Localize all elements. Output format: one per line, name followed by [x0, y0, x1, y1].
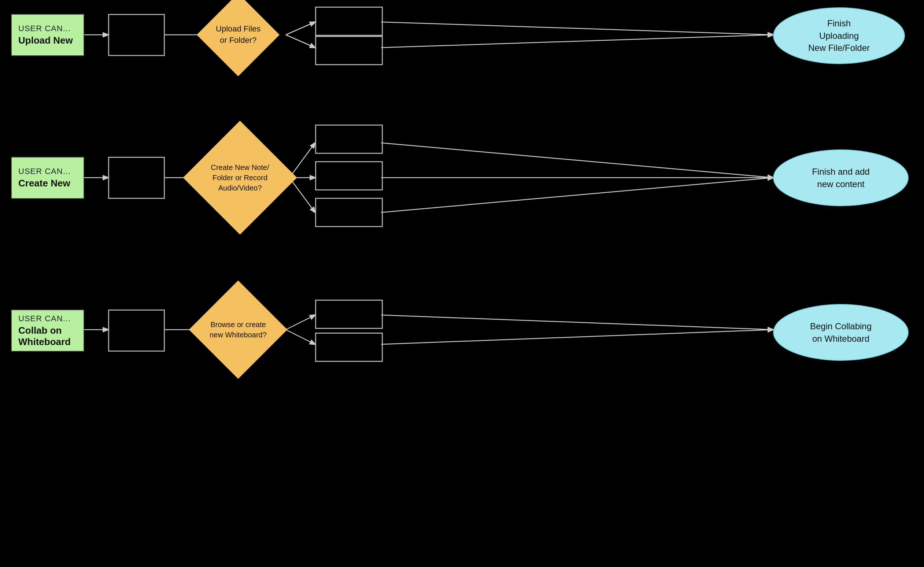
start-box-create: USER CAN... Create New [11, 157, 84, 199]
decision-diamond-3: Browse or create new Whiteboard? [187, 293, 290, 366]
svg-line-5 [381, 35, 773, 48]
svg-line-11 [381, 143, 773, 178]
decision-diamond-1: Upload Files or Folder? [189, 8, 288, 62]
svg-line-3 [286, 35, 315, 48]
svg-line-19 [381, 330, 773, 344]
start-box-collab: USER CAN... Collab on Whiteboard [11, 309, 84, 352]
process-box-2c [315, 161, 383, 190]
decision-diamond-2: Create New Note/ Folder or Record Audio/… [187, 132, 293, 224]
end-ellipse-2: Finish and add new content [773, 150, 909, 206]
process-box-3a [108, 309, 165, 352]
svg-line-8 [290, 143, 315, 178]
diamond-text-3: Browse or create new Whiteboard? [203, 316, 273, 343]
svg-line-13 [381, 178, 773, 213]
end-ellipse-1: Finish Uploading New File/Folder [773, 8, 905, 64]
diamond-text-2: Create New Note/ Folder or Record Audio/… [200, 159, 280, 196]
process-box-1c [315, 36, 383, 65]
process-box-2b [315, 124, 383, 154]
end-text-1: Finish Uploading New File/Folder [801, 14, 877, 58]
user-can-label-1: USER CAN... [18, 24, 71, 33]
svg-line-16 [286, 315, 315, 330]
end-text-2: Finish and add new content [804, 162, 877, 194]
start-box-upload: USER CAN... Upload New [11, 14, 84, 56]
process-box-1a [108, 14, 165, 56]
flowchart-container: USER CAN... Upload New Upload Files or F… [0, 0, 924, 567]
action-label-2: Create New [18, 178, 70, 189]
user-can-label-2: USER CAN... [18, 166, 71, 176]
diamond-text-1: Upload Files or Folder? [209, 21, 267, 49]
svg-line-17 [286, 330, 315, 344]
end-ellipse-3: Begin Collabing on Whiteboard [773, 304, 909, 361]
svg-line-2 [286, 22, 315, 35]
svg-line-10 [290, 178, 315, 213]
user-can-label-3: USER CAN... [18, 314, 71, 323]
process-box-3b [315, 300, 383, 329]
process-box-1b [315, 7, 383, 36]
svg-line-4 [381, 22, 773, 35]
process-box-3c [315, 333, 383, 362]
action-label-1: Upload New [18, 35, 73, 46]
svg-line-18 [381, 315, 773, 330]
action-label-3: Collab on Whiteboard [18, 325, 71, 348]
process-box-2a [108, 157, 165, 199]
end-text-3: Begin Collabing on Whiteboard [803, 316, 879, 348]
flowchart-arrows [0, 0, 924, 567]
process-box-2d [315, 198, 383, 227]
